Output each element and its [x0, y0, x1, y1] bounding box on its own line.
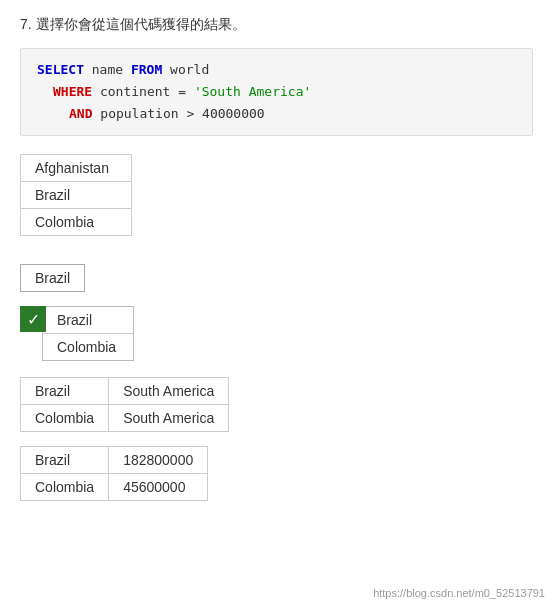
question-label: 7. 選擇你會從這個代碼獲得的結果。	[20, 16, 533, 34]
option-a-item-1[interactable]: Afghanistan	[21, 155, 131, 182]
table-cell: 45600000	[109, 474, 208, 501]
code-where-kw: WHERE	[53, 84, 92, 99]
table-cell: Brazil	[21, 378, 109, 405]
code-name: name	[84, 62, 131, 77]
dropdown-container: ✓ Brazil Colombia	[20, 306, 134, 361]
table-cell: 182800000	[109, 447, 208, 474]
result-table-2: Brazil 182800000 Colombia 45600000	[20, 446, 208, 501]
dropdown-list: Brazil Colombia	[42, 306, 134, 361]
answer-brazil-btn[interactable]: Brazil	[20, 264, 85, 292]
table-cell: Brazil	[21, 447, 109, 474]
table-cell: Colombia	[21, 405, 109, 432]
code-continent: continent =	[92, 84, 194, 99]
table-cell: South America	[109, 378, 229, 405]
option-a-item-2[interactable]: Brazil	[21, 182, 131, 209]
table-row: Colombia South America	[21, 405, 229, 432]
table-row: Brazil 182800000	[21, 447, 208, 474]
code-from-kw: FROM	[131, 62, 162, 77]
table-cell: Colombia	[21, 474, 109, 501]
table-cell: South America	[109, 405, 229, 432]
watermark: https://blog.csdn.net/m0_52513791	[373, 587, 545, 599]
result-table-1: Brazil South America Colombia South Amer…	[20, 377, 229, 432]
code-block: SELECT name FROM world WHERE continent =…	[20, 48, 533, 136]
checkmark-icon: ✓	[20, 306, 46, 332]
dropdown-item-colombia[interactable]: Colombia	[43, 334, 133, 360]
option-a-group[interactable]: Afghanistan Brazil Colombia	[20, 154, 132, 236]
table-row: Colombia 45600000	[21, 474, 208, 501]
code-world: world	[162, 62, 209, 77]
table-row: Brazil South America	[21, 378, 229, 405]
code-select-kw: SELECT	[37, 62, 84, 77]
code-population: population > 40000000	[92, 106, 264, 121]
dropdown-item-brazil[interactable]: Brazil	[43, 307, 133, 334]
code-south-america: 'South America'	[194, 84, 311, 99]
code-and-kw: AND	[69, 106, 92, 121]
option-a-item-3[interactable]: Colombia	[21, 209, 131, 235]
